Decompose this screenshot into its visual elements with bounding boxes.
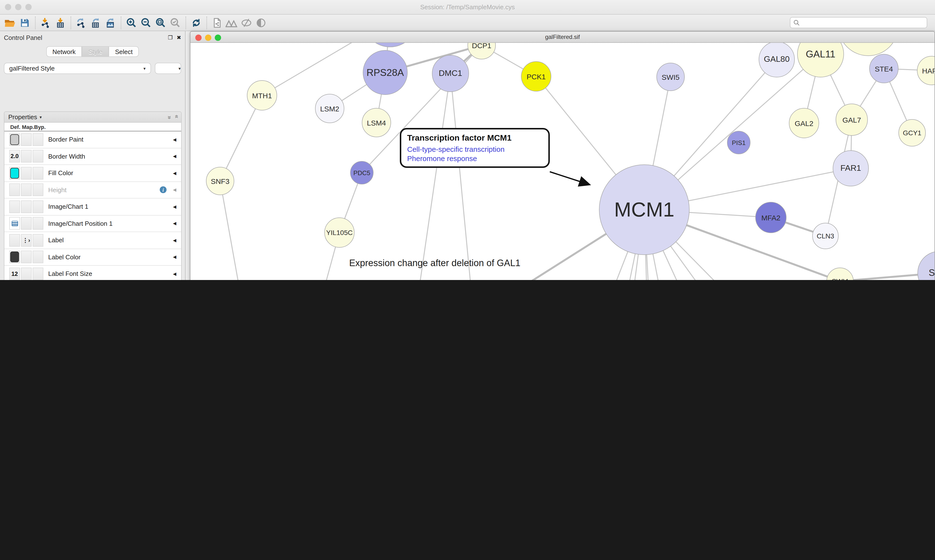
map-cell[interactable] (21, 251, 32, 263)
property-row[interactable]: 2.0Border Width◀ (5, 148, 181, 165)
network-node-gcy1[interactable]: GCY1 (898, 119, 926, 146)
import-table-icon[interactable] (53, 16, 68, 29)
tab-style[interactable]: Style (82, 46, 109, 57)
eye-icon[interactable] (254, 16, 268, 29)
def-cell[interactable]: 12 (9, 268, 20, 280)
map-cell[interactable] (21, 133, 32, 146)
annotation-box[interactable]: Transcription factor MCM1 Cell-type-spec… (400, 128, 550, 168)
expand-row-icon[interactable]: ◀ (173, 255, 176, 260)
def-cell[interactable] (9, 234, 20, 247)
byp-cell[interactable] (32, 167, 43, 180)
def-cell[interactable]: 2.0 (9, 150, 20, 163)
network-node-lsm2[interactable]: LSM2 (315, 94, 344, 123)
window-controls[interactable] (5, 4, 32, 10)
network-edge[interactable] (408, 74, 451, 280)
network-node-swi5[interactable]: SWI5 (656, 63, 685, 91)
network-node-pdc5[interactable]: PDC5 (350, 161, 373, 185)
expand-row-icon[interactable]: ◀ (173, 271, 176, 276)
def-cell[interactable] (9, 133, 20, 146)
network-edge[interactable] (451, 74, 474, 280)
byp-cell[interactable] (32, 268, 43, 280)
network-node-gal2[interactable]: GAL2 (789, 108, 819, 138)
map-cell[interactable] (21, 167, 32, 180)
network-node-snf3[interactable]: SNF3 (206, 167, 234, 195)
search-input[interactable] (802, 19, 924, 26)
network-node-yil105c[interactable]: YIL105C (324, 217, 355, 248)
import-network-icon[interactable] (39, 16, 53, 29)
expand-row-icon[interactable]: ◀ (173, 221, 176, 226)
map-cell[interactable]: ⋮› (21, 234, 32, 247)
property-row[interactable]: Image/Chart 1◀ (5, 198, 181, 215)
byp-cell[interactable] (32, 217, 43, 230)
close-window-icon[interactable] (195, 35, 202, 41)
zoom-out-icon[interactable] (139, 16, 153, 29)
close-panel-icon[interactable]: ✖ (177, 35, 181, 41)
minimize-window-icon[interactable] (15, 4, 22, 10)
expand-row-icon[interactable]: ◀ (173, 137, 176, 142)
expand-row-icon[interactable]: ◀ (173, 205, 176, 209)
network-node-far1[interactable]: FAR1 (833, 150, 869, 186)
byp-cell[interactable] (32, 184, 43, 196)
eye-slash-icon[interactable] (239, 16, 254, 29)
network-node-mfa2[interactable]: MFA2 (755, 202, 787, 233)
export-network-icon[interactable] (74, 16, 89, 29)
network-canvas[interactable]: DCP1RPS28ADMC1PCK1SWI5GAL80GAL11STE4HAP2… (190, 43, 935, 280)
annotation-link[interactable]: Cell-type-specific transcription (407, 145, 543, 153)
property-row[interactable]: Heighti◀ (5, 182, 181, 198)
network-node-ste4[interactable]: STE4 (869, 54, 898, 83)
def-cell[interactable] (9, 167, 20, 180)
open-folder-icon[interactable] (3, 16, 17, 29)
byp-cell[interactable] (32, 234, 43, 247)
byp-cell[interactable] (32, 200, 43, 213)
hide-graphics-icon[interactable] (224, 16, 239, 29)
network-edge[interactable] (220, 181, 254, 280)
network-node-mcm1[interactable]: MCM1 (599, 165, 690, 255)
export-document-icon[interactable] (210, 16, 224, 29)
def-cell[interactable] (9, 184, 20, 196)
property-row[interactable]: Fill Color◀ (5, 165, 181, 182)
expand-row-icon[interactable]: ◀ (173, 188, 176, 192)
collapse-all-icon[interactable]: » (173, 116, 180, 118)
style-options-button[interactable]: ▾ (155, 63, 181, 74)
network-node-cln3[interactable]: CLN3 (812, 223, 839, 249)
property-row[interactable]: Image/Chart Position 1◀ (5, 215, 181, 232)
network-node-mth1[interactable]: MTH1 (247, 80, 277, 111)
network-node-pis1[interactable]: PIS1 (727, 131, 750, 154)
tab-network[interactable]: Network (46, 46, 82, 57)
network-node-pck1[interactable]: PCK1 (521, 61, 551, 91)
byp-cell[interactable] (32, 150, 43, 163)
zoom-in-icon[interactable] (124, 16, 139, 29)
search-field[interactable] (790, 17, 927, 28)
network-node-rps28a[interactable]: RPS28A (363, 50, 407, 95)
minimize-window-icon[interactable] (205, 35, 211, 41)
zoom-fit-icon[interactable] (153, 16, 168, 29)
byp-cell[interactable] (32, 133, 43, 146)
network-window-titlebar[interactable]: galFiltered.sif (190, 32, 935, 43)
property-row[interactable]: ⋮›Label◀ (5, 232, 181, 249)
tab-select[interactable]: Select (109, 46, 139, 57)
expand-row-icon[interactable]: ◀ (173, 238, 176, 243)
expand-all-icon[interactable]: » (166, 116, 173, 118)
network-node-dmc1[interactable]: DMC1 (432, 55, 469, 92)
network-node-gal80[interactable]: GAL80 (759, 43, 795, 77)
float-panel-icon[interactable]: ❐ (168, 35, 173, 41)
def-cell[interactable] (9, 200, 20, 213)
zoom-selected-icon[interactable] (168, 16, 183, 29)
export-image-icon[interactable] (103, 16, 118, 29)
map-cell[interactable] (21, 150, 32, 163)
maximize-window-icon[interactable] (25, 4, 32, 10)
maximize-window-icon[interactable] (215, 35, 221, 41)
map-cell[interactable] (21, 217, 32, 230)
expand-row-icon[interactable]: ◀ (173, 154, 176, 159)
map-cell[interactable] (21, 200, 32, 213)
export-table-icon[interactable] (89, 16, 103, 29)
refresh-icon[interactable] (189, 16, 204, 29)
map-cell[interactable] (21, 268, 32, 280)
expand-row-icon[interactable]: ◀ (173, 171, 176, 175)
network-node-gal7[interactable]: GAL7 (836, 104, 868, 136)
byp-cell[interactable] (32, 251, 43, 263)
property-row[interactable]: 12Label Font Size◀ (5, 266, 181, 280)
def-cell[interactable] (9, 217, 20, 230)
def-cell[interactable] (9, 251, 20, 263)
properties-title[interactable]: Properties (8, 113, 37, 121)
